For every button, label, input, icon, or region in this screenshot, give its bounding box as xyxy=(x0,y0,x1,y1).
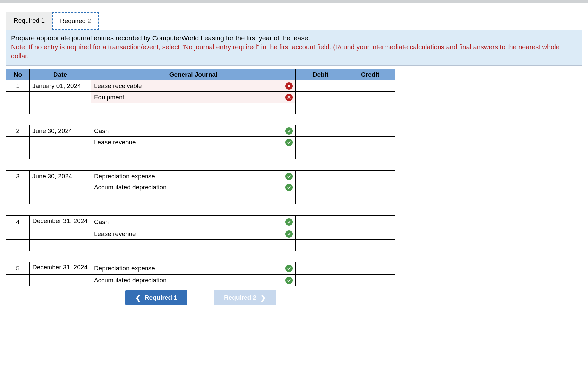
header-credit: Credit xyxy=(345,69,395,80)
account-text: Equipment xyxy=(94,94,124,101)
cell-account[interactable] xyxy=(91,148,295,159)
cell-no: 1 xyxy=(6,80,30,92)
cell-credit[interactable] xyxy=(345,125,395,137)
cell-debit[interactable] xyxy=(296,92,345,103)
cell-credit[interactable] xyxy=(345,92,395,103)
cell-no xyxy=(6,193,30,204)
prev-required-button[interactable]: ❮ Required 1 xyxy=(125,290,187,305)
date-text: December 31, 2024 xyxy=(32,264,88,271)
table-row: 3 June 30, 2024 Depreciation expense xyxy=(6,171,395,182)
date-text: December 31, 2024 xyxy=(32,217,88,225)
cell-account[interactable]: Lease revenue xyxy=(91,228,295,240)
cell-credit[interactable] xyxy=(345,216,395,228)
cell-account[interactable]: Cash xyxy=(91,216,295,228)
cell-debit[interactable] xyxy=(296,228,345,240)
cell-date[interactable] xyxy=(29,137,91,148)
account-text: Lease revenue xyxy=(94,139,136,146)
tab-required-2[interactable]: Required 2 xyxy=(52,12,99,30)
table-header-row: No Date General Journal Debit Credit xyxy=(6,69,395,80)
cell-debit[interactable] xyxy=(296,171,345,182)
cell-account[interactable] xyxy=(91,103,295,114)
cell-account[interactable]: Accumulated depreciation xyxy=(91,182,295,193)
cell-date[interactable] xyxy=(29,228,91,240)
cell-debit[interactable] xyxy=(296,137,345,148)
table-row xyxy=(6,240,395,251)
prev-button-label: Required 1 xyxy=(145,294,177,301)
chevron-right-icon: ❯ xyxy=(260,294,266,301)
table-row: 5 December 31, 2024 Depreciation expense xyxy=(6,262,395,275)
table-row: 4 December 31, 2024 Cash xyxy=(6,216,395,228)
table-row xyxy=(6,193,395,204)
account-text: Cash xyxy=(94,127,109,134)
cell-no: 2 xyxy=(6,125,30,137)
table-row: Accumulated depreciation xyxy=(6,275,395,286)
cell-debit[interactable] xyxy=(296,216,345,228)
cell-account[interactable]: Accumulated depreciation xyxy=(91,275,295,286)
table-row xyxy=(6,103,395,114)
cell-date[interactable] xyxy=(29,148,91,159)
instructions-text: Prepare appropriate journal entries reco… xyxy=(11,35,310,42)
cell-date[interactable] xyxy=(29,240,91,251)
cell-debit[interactable] xyxy=(296,240,345,251)
cell-date[interactable] xyxy=(29,182,91,193)
cell-account[interactable] xyxy=(91,240,295,251)
cell-account[interactable]: Cash xyxy=(91,125,295,137)
cell-debit[interactable] xyxy=(296,275,345,286)
table-row: 1 January 01, 2024 Lease receivable xyxy=(6,80,395,92)
cell-debit[interactable] xyxy=(296,148,345,159)
nav-buttons-row: ❮ Required 1 Required 2 ❯ xyxy=(6,290,395,305)
cell-date[interactable] xyxy=(29,275,91,286)
correct-icon xyxy=(285,139,293,146)
cell-date[interactable] xyxy=(29,193,91,204)
cell-credit[interactable] xyxy=(345,80,395,92)
cell-credit[interactable] xyxy=(345,182,395,193)
cell-debit[interactable] xyxy=(296,125,345,137)
correct-icon xyxy=(285,277,293,284)
instructions-panel: Prepare appropriate journal entries reco… xyxy=(6,30,582,66)
cell-date[interactable] xyxy=(29,103,91,114)
tab-required-1[interactable]: Required 1 xyxy=(6,12,52,30)
incorrect-icon xyxy=(285,82,293,90)
cell-date[interactable]: June 30, 2024 xyxy=(29,171,91,182)
cell-no xyxy=(6,148,30,159)
cell-credit[interactable] xyxy=(345,171,395,182)
cell-no xyxy=(6,137,30,148)
cell-debit[interactable] xyxy=(296,80,345,92)
cell-date[interactable] xyxy=(29,92,91,103)
cell-account[interactable]: Depreciation expense xyxy=(91,171,295,182)
cell-debit[interactable] xyxy=(296,193,345,204)
cell-date[interactable]: June 30, 2024 xyxy=(29,125,91,137)
cell-account[interactable]: Lease revenue xyxy=(91,137,295,148)
correct-icon xyxy=(285,218,293,226)
cell-debit[interactable] xyxy=(296,103,345,114)
correct-icon xyxy=(285,230,293,238)
cell-date[interactable]: December 31, 2024 xyxy=(29,262,91,275)
cell-credit[interactable] xyxy=(345,148,395,159)
correct-icon xyxy=(285,184,293,191)
cell-date[interactable]: December 31, 2024 xyxy=(29,216,91,228)
account-text: Lease revenue xyxy=(94,230,136,237)
cell-credit[interactable] xyxy=(345,275,395,286)
cell-credit[interactable] xyxy=(345,137,395,148)
cell-debit[interactable] xyxy=(296,262,345,275)
cell-account[interactable]: Equipment xyxy=(91,92,295,103)
cell-account[interactable]: Lease receivable xyxy=(91,80,295,92)
cell-credit[interactable] xyxy=(345,240,395,251)
correct-icon xyxy=(285,173,293,180)
cell-no: 5 xyxy=(6,262,30,275)
header-debit: Debit xyxy=(296,69,345,80)
account-text: Accumulated depreciation xyxy=(94,277,167,284)
cell-account[interactable]: Depreciation expense xyxy=(91,262,295,275)
cell-debit[interactable] xyxy=(296,182,345,193)
cell-credit[interactable] xyxy=(345,228,395,240)
next-required-button: Required 2 ❯ xyxy=(214,290,276,305)
cell-account[interactable] xyxy=(91,193,295,204)
header-date: Date xyxy=(29,69,91,80)
cell-credit[interactable] xyxy=(345,103,395,114)
table-row: Lease revenue xyxy=(6,228,395,240)
cell-credit[interactable] xyxy=(345,193,395,204)
account-text: Depreciation expense xyxy=(94,265,155,272)
cell-date[interactable]: January 01, 2024 xyxy=(29,80,91,92)
cell-credit[interactable] xyxy=(345,262,395,275)
header-no: No xyxy=(6,69,30,80)
